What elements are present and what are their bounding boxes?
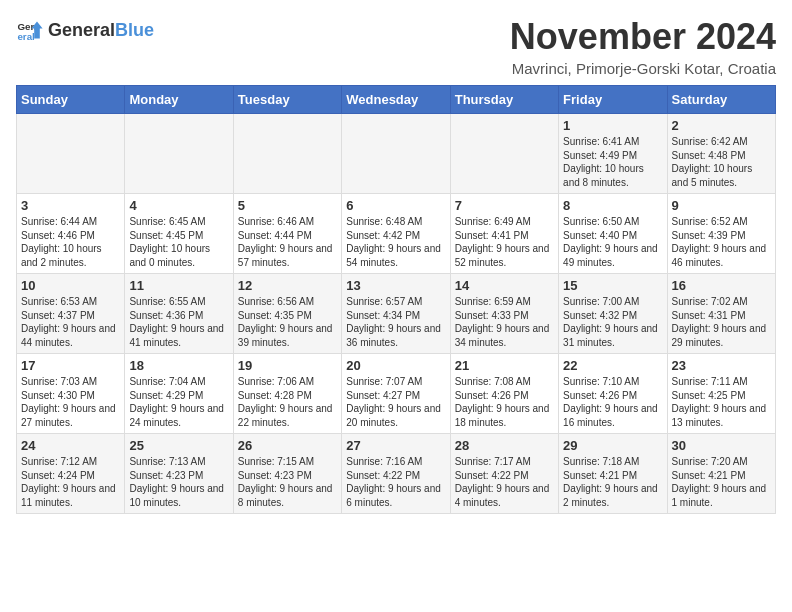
calendar-cell-w1d3: 6Sunrise: 6:48 AMSunset: 4:42 PMDaylight… xyxy=(342,194,450,274)
calendar-cell-w3d0: 17Sunrise: 7:03 AMSunset: 4:30 PMDayligh… xyxy=(17,354,125,434)
title-section: November 2024 Mavrinci, Primorje-Gorski … xyxy=(510,16,776,77)
week-row-2: 10Sunrise: 6:53 AMSunset: 4:37 PMDayligh… xyxy=(17,274,776,354)
day-number: 14 xyxy=(455,278,554,293)
week-row-1: 3Sunrise: 6:44 AMSunset: 4:46 PMDaylight… xyxy=(17,194,776,274)
calendar-cell-w3d4: 21Sunrise: 7:08 AMSunset: 4:26 PMDayligh… xyxy=(450,354,558,434)
cell-info: Sunrise: 6:56 AMSunset: 4:35 PMDaylight:… xyxy=(238,295,337,349)
day-number: 20 xyxy=(346,358,445,373)
week-row-0: 1Sunrise: 6:41 AMSunset: 4:49 PMDaylight… xyxy=(17,114,776,194)
logo-text-blue: Blue xyxy=(115,20,154,41)
day-number: 28 xyxy=(455,438,554,453)
calendar-cell-w3d5: 22Sunrise: 7:10 AMSunset: 4:26 PMDayligh… xyxy=(559,354,667,434)
calendar-cell-w4d1: 25Sunrise: 7:13 AMSunset: 4:23 PMDayligh… xyxy=(125,434,233,514)
cell-info: Sunrise: 7:00 AMSunset: 4:32 PMDaylight:… xyxy=(563,295,662,349)
day-number: 3 xyxy=(21,198,120,213)
calendar-cell-w4d0: 24Sunrise: 7:12 AMSunset: 4:24 PMDayligh… xyxy=(17,434,125,514)
weekday-header-monday: Monday xyxy=(125,86,233,114)
cell-info: Sunrise: 7:06 AMSunset: 4:28 PMDaylight:… xyxy=(238,375,337,429)
calendar-cell-w2d2: 12Sunrise: 6:56 AMSunset: 4:35 PMDayligh… xyxy=(233,274,341,354)
day-number: 5 xyxy=(238,198,337,213)
calendar-cell-w2d1: 11Sunrise: 6:55 AMSunset: 4:36 PMDayligh… xyxy=(125,274,233,354)
day-number: 11 xyxy=(129,278,228,293)
calendar-cell-w2d3: 13Sunrise: 6:57 AMSunset: 4:34 PMDayligh… xyxy=(342,274,450,354)
calendar-table: SundayMondayTuesdayWednesdayThursdayFrid… xyxy=(16,85,776,514)
day-number: 23 xyxy=(672,358,771,373)
calendar-cell-w0d0 xyxy=(17,114,125,194)
cell-info: Sunrise: 7:11 AMSunset: 4:25 PMDaylight:… xyxy=(672,375,771,429)
cell-info: Sunrise: 7:20 AMSunset: 4:21 PMDaylight:… xyxy=(672,455,771,509)
day-number: 26 xyxy=(238,438,337,453)
calendar-cell-w2d6: 16Sunrise: 7:02 AMSunset: 4:31 PMDayligh… xyxy=(667,274,775,354)
cell-info: Sunrise: 6:55 AMSunset: 4:36 PMDaylight:… xyxy=(129,295,228,349)
cell-info: Sunrise: 7:17 AMSunset: 4:22 PMDaylight:… xyxy=(455,455,554,509)
cell-info: Sunrise: 7:02 AMSunset: 4:31 PMDaylight:… xyxy=(672,295,771,349)
calendar-cell-w3d2: 19Sunrise: 7:06 AMSunset: 4:28 PMDayligh… xyxy=(233,354,341,434)
calendar-cell-w3d1: 18Sunrise: 7:04 AMSunset: 4:29 PMDayligh… xyxy=(125,354,233,434)
weekday-header-row: SundayMondayTuesdayWednesdayThursdayFrid… xyxy=(17,86,776,114)
calendar-cell-w0d2 xyxy=(233,114,341,194)
calendar-cell-w4d3: 27Sunrise: 7:16 AMSunset: 4:22 PMDayligh… xyxy=(342,434,450,514)
cell-info: Sunrise: 7:16 AMSunset: 4:22 PMDaylight:… xyxy=(346,455,445,509)
cell-info: Sunrise: 7:08 AMSunset: 4:26 PMDaylight:… xyxy=(455,375,554,429)
calendar-cell-w4d5: 29Sunrise: 7:18 AMSunset: 4:21 PMDayligh… xyxy=(559,434,667,514)
day-number: 17 xyxy=(21,358,120,373)
logo: Gen eral General Blue xyxy=(16,16,154,44)
calendar-cell-w4d2: 26Sunrise: 7:15 AMSunset: 4:23 PMDayligh… xyxy=(233,434,341,514)
cell-info: Sunrise: 7:10 AMSunset: 4:26 PMDaylight:… xyxy=(563,375,662,429)
day-number: 8 xyxy=(563,198,662,213)
weekday-header-wednesday: Wednesday xyxy=(342,86,450,114)
day-number: 10 xyxy=(21,278,120,293)
weekday-header-sunday: Sunday xyxy=(17,86,125,114)
day-number: 9 xyxy=(672,198,771,213)
day-number: 15 xyxy=(563,278,662,293)
calendar-cell-w2d0: 10Sunrise: 6:53 AMSunset: 4:37 PMDayligh… xyxy=(17,274,125,354)
month-title: November 2024 xyxy=(510,16,776,58)
calendar-cell-w0d1 xyxy=(125,114,233,194)
day-number: 30 xyxy=(672,438,771,453)
day-number: 13 xyxy=(346,278,445,293)
svg-text:eral: eral xyxy=(17,31,35,42)
cell-info: Sunrise: 6:59 AMSunset: 4:33 PMDaylight:… xyxy=(455,295,554,349)
day-number: 27 xyxy=(346,438,445,453)
cell-info: Sunrise: 6:42 AMSunset: 4:48 PMDaylight:… xyxy=(672,135,771,189)
cell-info: Sunrise: 7:07 AMSunset: 4:27 PMDaylight:… xyxy=(346,375,445,429)
cell-info: Sunrise: 6:53 AMSunset: 4:37 PMDaylight:… xyxy=(21,295,120,349)
header: Gen eral General Blue November 2024 Mavr… xyxy=(16,16,776,77)
calendar-cell-w2d4: 14Sunrise: 6:59 AMSunset: 4:33 PMDayligh… xyxy=(450,274,558,354)
day-number: 24 xyxy=(21,438,120,453)
calendar-cell-w3d6: 23Sunrise: 7:11 AMSunset: 4:25 PMDayligh… xyxy=(667,354,775,434)
day-number: 4 xyxy=(129,198,228,213)
calendar-cell-w1d6: 9Sunrise: 6:52 AMSunset: 4:39 PMDaylight… xyxy=(667,194,775,274)
calendar-cell-w0d4 xyxy=(450,114,558,194)
week-row-4: 24Sunrise: 7:12 AMSunset: 4:24 PMDayligh… xyxy=(17,434,776,514)
logo-icon: Gen eral xyxy=(16,16,44,44)
calendar-cell-w1d2: 5Sunrise: 6:46 AMSunset: 4:44 PMDaylight… xyxy=(233,194,341,274)
day-number: 29 xyxy=(563,438,662,453)
week-row-3: 17Sunrise: 7:03 AMSunset: 4:30 PMDayligh… xyxy=(17,354,776,434)
cell-info: Sunrise: 6:46 AMSunset: 4:44 PMDaylight:… xyxy=(238,215,337,269)
calendar-cell-w4d6: 30Sunrise: 7:20 AMSunset: 4:21 PMDayligh… xyxy=(667,434,775,514)
calendar-cell-w4d4: 28Sunrise: 7:17 AMSunset: 4:22 PMDayligh… xyxy=(450,434,558,514)
calendar-cell-w3d3: 20Sunrise: 7:07 AMSunset: 4:27 PMDayligh… xyxy=(342,354,450,434)
calendar-cell-w1d4: 7Sunrise: 6:49 AMSunset: 4:41 PMDaylight… xyxy=(450,194,558,274)
calendar-cell-w1d0: 3Sunrise: 6:44 AMSunset: 4:46 PMDaylight… xyxy=(17,194,125,274)
cell-info: Sunrise: 7:15 AMSunset: 4:23 PMDaylight:… xyxy=(238,455,337,509)
calendar-cell-w2d5: 15Sunrise: 7:00 AMSunset: 4:32 PMDayligh… xyxy=(559,274,667,354)
logo-text-general: General xyxy=(48,20,115,41)
day-number: 21 xyxy=(455,358,554,373)
calendar-cell-w1d1: 4Sunrise: 6:45 AMSunset: 4:45 PMDaylight… xyxy=(125,194,233,274)
cell-info: Sunrise: 7:03 AMSunset: 4:30 PMDaylight:… xyxy=(21,375,120,429)
day-number: 19 xyxy=(238,358,337,373)
day-number: 2 xyxy=(672,118,771,133)
cell-info: Sunrise: 6:44 AMSunset: 4:46 PMDaylight:… xyxy=(21,215,120,269)
cell-info: Sunrise: 6:45 AMSunset: 4:45 PMDaylight:… xyxy=(129,215,228,269)
cell-info: Sunrise: 6:57 AMSunset: 4:34 PMDaylight:… xyxy=(346,295,445,349)
day-number: 6 xyxy=(346,198,445,213)
day-number: 18 xyxy=(129,358,228,373)
day-number: 12 xyxy=(238,278,337,293)
cell-info: Sunrise: 6:49 AMSunset: 4:41 PMDaylight:… xyxy=(455,215,554,269)
weekday-header-friday: Friday xyxy=(559,86,667,114)
calendar-cell-w0d6: 2Sunrise: 6:42 AMSunset: 4:48 PMDaylight… xyxy=(667,114,775,194)
weekday-header-thursday: Thursday xyxy=(450,86,558,114)
calendar-cell-w0d5: 1Sunrise: 6:41 AMSunset: 4:49 PMDaylight… xyxy=(559,114,667,194)
